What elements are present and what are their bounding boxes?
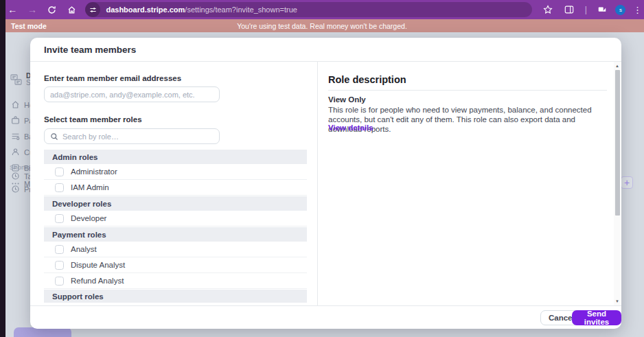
- forward-icon[interactable]: →: [25, 2, 40, 17]
- role-row-developer[interactable]: Developer: [44, 211, 307, 226]
- role-search-input[interactable]: [58, 132, 219, 141]
- role-description-heading: Role description: [328, 74, 406, 85]
- side-panel-icon[interactable]: [562, 3, 575, 16]
- floating-plus-button[interactable]: +: [621, 176, 633, 189]
- sidebar-item-shortcut-1[interactable]: Ta: [11, 172, 32, 181]
- checkbox-iam-admin[interactable]: [55, 183, 64, 192]
- role-description-divider: [328, 90, 607, 91]
- sidebar-item-shortcut-2[interactable]: Pr: [11, 185, 32, 194]
- test-mode-banner: Test mode You're using test data. Real m…: [0, 19, 644, 32]
- search-icon: [50, 132, 58, 141]
- role-row-dispute-analyst[interactable]: Dispute Analyst: [44, 257, 307, 273]
- role-section-header-payment: Payment roles: [44, 227, 307, 242]
- address-bar[interactable]: dashboard.stripe.com/settings/team?invit…: [85, 2, 531, 17]
- role-search-field[interactable]: [44, 128, 220, 144]
- role-list: Admin roles Administrator IAM Admin Deve…: [44, 149, 307, 303]
- checkbox-administrator[interactable]: [55, 167, 64, 176]
- toolbar-divider: |: [579, 3, 593, 16]
- invite-team-members-modal: Invite team members Enter team member em…: [30, 38, 621, 329]
- back-icon[interactable]: ←: [5, 2, 20, 17]
- role-section-header-support: Support roles: [44, 290, 307, 303]
- role-row-analyst[interactable]: Analyst: [44, 242, 307, 257]
- select-roles-label: Select team member roles: [44, 115, 142, 124]
- home-icon[interactable]: [65, 2, 79, 17]
- role-name: View Only: [328, 95, 366, 104]
- background-chip: [14, 327, 71, 337]
- modal-title: Invite team members: [44, 45, 136, 55]
- scrollbar-thumb[interactable]: [615, 70, 620, 216]
- extension-icon[interactable]: [596, 3, 609, 16]
- role-row-iam-admin[interactable]: IAM Admin: [44, 180, 307, 196]
- checkbox-analyst[interactable]: [55, 245, 64, 254]
- browser-menu-icon[interactable]: ⋮: [631, 3, 644, 16]
- checkbox-developer[interactable]: [55, 214, 64, 223]
- view-details-link[interactable]: View details: [328, 124, 373, 132]
- role-section-header-developer: Developer roles: [44, 196, 307, 211]
- checkbox-refund-analyst[interactable]: [55, 277, 64, 286]
- modal-pane-divider: [317, 61, 318, 305]
- scroll-up-arrow[interactable]: ▲: [614, 63, 620, 69]
- bookmark-star-icon[interactable]: [542, 3, 555, 16]
- modal-footer-divider: [30, 305, 621, 306]
- browser-avatar[interactable]: s: [614, 3, 628, 16]
- checkbox-dispute-analyst[interactable]: [55, 261, 64, 270]
- send-invites-button[interactable]: Send invites: [572, 310, 621, 325]
- role-row-refund-analyst[interactable]: Refund Analyst: [44, 273, 307, 289]
- reload-icon[interactable]: [45, 2, 59, 17]
- site-settings-icon[interactable]: [85, 2, 100, 17]
- url-text: dashboard.stripe.com/settings/team?invit…: [106, 5, 297, 14]
- modal-header-divider: [30, 61, 621, 62]
- browser-toolbar: ← → dashboard.stripe.com/settings/team?i…: [0, 0, 644, 19]
- role-row-administrator[interactable]: Administrator: [44, 164, 307, 180]
- sidebar-shortcuts-label: Shortcu: [10, 163, 32, 171]
- test-mode-message: You're using test data. Real money won't…: [0, 22, 644, 30]
- screen-edge-strip: [0, 0, 5, 337]
- account-switcher-icon[interactable]: [10, 73, 25, 90]
- email-addresses-label: Enter team member email addresses: [44, 74, 181, 82]
- scroll-down-arrow[interactable]: ▼: [614, 299, 620, 304]
- role-section-header-admin: Admin roles: [44, 150, 307, 164]
- modal-scrollbar[interactable]: ▲ ▼: [614, 62, 621, 305]
- test-mode-label: Test mode: [11, 22, 47, 30]
- email-addresses-input[interactable]: [44, 86, 220, 102]
